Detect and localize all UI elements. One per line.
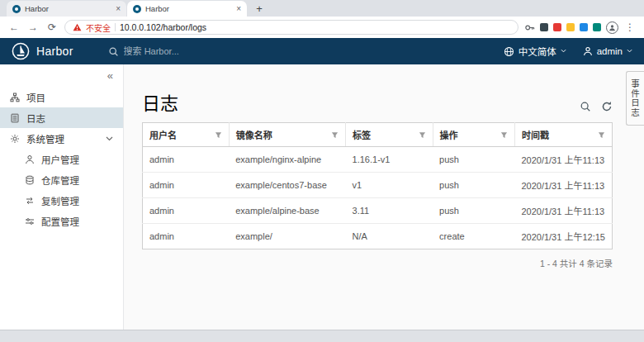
sidebar-collapse-button[interactable]: « xyxy=(0,66,123,87)
sidebar-item-logs[interactable]: 日志 xyxy=(0,107,123,128)
page-title: 日志 xyxy=(142,94,178,114)
log-table-cell: example/alpine-base xyxy=(229,198,345,224)
sidebar-item-label: 配置管理 xyxy=(41,215,79,228)
log-table: 用户名镜像名称标签操作时间戳 adminexample/nginx-alpine… xyxy=(142,122,613,249)
user-menu[interactable]: admin xyxy=(583,46,632,56)
forward-button[interactable]: → xyxy=(26,21,40,33)
url-text: 10.0.0.102/harbor/logs xyxy=(120,22,206,32)
close-tab-icon[interactable]: × xyxy=(116,4,121,13)
sidebar-item-label: 用户管理 xyxy=(41,153,79,166)
table-actions xyxy=(580,101,613,114)
filter-icon[interactable] xyxy=(215,131,222,139)
not-secure-warning-icon[interactable] xyxy=(73,23,82,31)
log-table-row[interactable]: adminexample/alpine-base3.11push2020/1/3… xyxy=(143,198,613,224)
column-header-label: 标签 xyxy=(353,128,371,141)
close-tab-icon[interactable]: × xyxy=(236,4,241,13)
column-header: 用户名 xyxy=(143,123,230,147)
language-label: 中文简体 xyxy=(519,45,556,58)
administration-icon xyxy=(10,134,20,144)
new-tab-button[interactable]: + xyxy=(253,2,266,15)
sidebar-item-users[interactable]: 用户管理 xyxy=(0,149,123,169)
global-search xyxy=(108,46,504,57)
harbor-favicon xyxy=(12,5,21,13)
browser-tab-2[interactable]: Harbor × xyxy=(127,1,247,17)
event-log-tab[interactable]: 事件日志 xyxy=(626,71,644,126)
extension-icon[interactable] xyxy=(540,23,548,31)
filter-icon[interactable] xyxy=(500,131,508,139)
filter-icon[interactable] xyxy=(598,131,605,139)
profile-avatar[interactable] xyxy=(606,21,618,34)
harbor-header: Harbor 中文简体 admin xyxy=(0,38,644,64)
sidebar-item-projects[interactable]: 项目 xyxy=(0,87,123,107)
log-table-cell: admin xyxy=(143,147,230,173)
browser-toolbar: ← → ⟳ 不安全 10.0.0.102/harbor/logs ⋮ xyxy=(0,17,644,38)
sidebar-item-label: 日志 xyxy=(26,112,45,125)
header-right: 中文简体 admin xyxy=(504,45,632,58)
tab-strip: Harbor × Harbor × + xyxy=(0,0,644,17)
configuration-icon xyxy=(25,216,35,226)
chevron-down-icon[interactable] xyxy=(106,136,113,141)
tab-title: Harbor xyxy=(145,4,232,13)
extension-icon[interactable] xyxy=(553,23,561,31)
extension-icon[interactable] xyxy=(580,23,588,31)
log-table-cell: example/nginx-alpine xyxy=(229,147,345,173)
refresh-button[interactable]: ⟳ xyxy=(45,21,59,33)
log-table-cell: 3.11 xyxy=(346,198,433,224)
sidebar-item-administration[interactable]: 系统管理 xyxy=(0,128,123,149)
not-secure-label: 不安全 xyxy=(86,21,111,34)
log-table-cell: admin xyxy=(143,198,230,224)
log-table-cell: 2020/1/31 上午11:13 xyxy=(514,147,612,173)
user-label: admin xyxy=(597,46,623,56)
record-count: 1 - 4 共计 4 条记录 xyxy=(142,257,613,269)
column-header: 操作 xyxy=(433,123,514,147)
log-table-row[interactable]: adminexample/nginx-alpine1.16.1-v1push20… xyxy=(143,147,613,173)
sidebar-item-label: 仓库管理 xyxy=(41,173,79,187)
browser-tab-1[interactable]: Harbor × xyxy=(7,1,126,17)
log-table-row[interactable]: adminexample/N/Acreate2020/1/31 上午12:15 xyxy=(143,224,613,249)
log-table-cell: example/centos7-base xyxy=(229,173,345,198)
sidebar-item-label: 复制管理 xyxy=(41,194,79,207)
table-search-icon[interactable] xyxy=(580,101,591,112)
log-table-cell: push xyxy=(433,147,514,173)
log-table-cell: 2020/1/31 上午12:15 xyxy=(514,224,612,249)
log-table-cell: 2020/1/31 上午11:13 xyxy=(514,198,612,224)
browser-menu-icon[interactable]: ⋮ xyxy=(623,21,637,33)
log-table-cell: v1 xyxy=(346,173,433,198)
filter-icon[interactable] xyxy=(419,131,426,139)
log-table-cell: push xyxy=(433,173,514,198)
table-refresh-icon[interactable] xyxy=(601,101,613,112)
registry-icon xyxy=(25,175,35,185)
tab-title: Harbor xyxy=(25,4,111,13)
browser-window: Harbor × Harbor × + ← → ⟳ 不安全 10.0.0.102… xyxy=(0,0,644,342)
sidebar-item-configuration[interactable]: 配置管理 xyxy=(0,211,123,231)
extension-icon[interactable] xyxy=(593,23,601,31)
address-bar[interactable]: 不安全 10.0.0.102/harbor/logs xyxy=(64,20,519,35)
back-button[interactable]: ← xyxy=(7,21,21,33)
log-table-cell: push xyxy=(433,198,514,224)
key-icon[interactable] xyxy=(524,22,535,33)
log-table-row[interactable]: adminexample/centos7-basev1push2020/1/31… xyxy=(143,173,613,198)
sidebar-item-replication[interactable]: 复制管理 xyxy=(0,190,123,211)
log-table-head-row: 用户名镜像名称标签操作时间戳 xyxy=(143,123,613,147)
sidebar-item-registries[interactable]: 仓库管理 xyxy=(0,169,123,190)
log-table-body: adminexample/nginx-alpine1.16.1-v1push20… xyxy=(143,147,613,249)
column-header-label: 操作 xyxy=(440,128,458,141)
chevron-down-icon xyxy=(561,49,566,55)
language-selector[interactable]: 中文简体 xyxy=(504,45,566,58)
users-icon xyxy=(25,154,35,164)
main-content: 事件日志 日志 用户名镜像名称标签操作时间戳 xyxy=(124,64,644,330)
app-body: « 项目 日志 系统管理 xyxy=(0,64,644,330)
filter-icon[interactable] xyxy=(331,131,339,139)
log-table-cell: N/A xyxy=(346,224,433,249)
sidebar: « 项目 日志 系统管理 xyxy=(0,64,124,330)
log-table-cell: example/ xyxy=(229,224,345,249)
globe-icon xyxy=(504,46,514,57)
harbor-logo xyxy=(12,42,30,60)
title-row: 日志 xyxy=(142,64,613,114)
global-search-input[interactable] xyxy=(124,46,281,56)
sidebar-item-label: 系统管理 xyxy=(26,132,64,145)
search-icon xyxy=(108,46,119,57)
chevron-down-icon xyxy=(627,49,632,55)
log-table-cell: admin xyxy=(143,224,230,249)
extension-icon[interactable] xyxy=(566,23,575,31)
